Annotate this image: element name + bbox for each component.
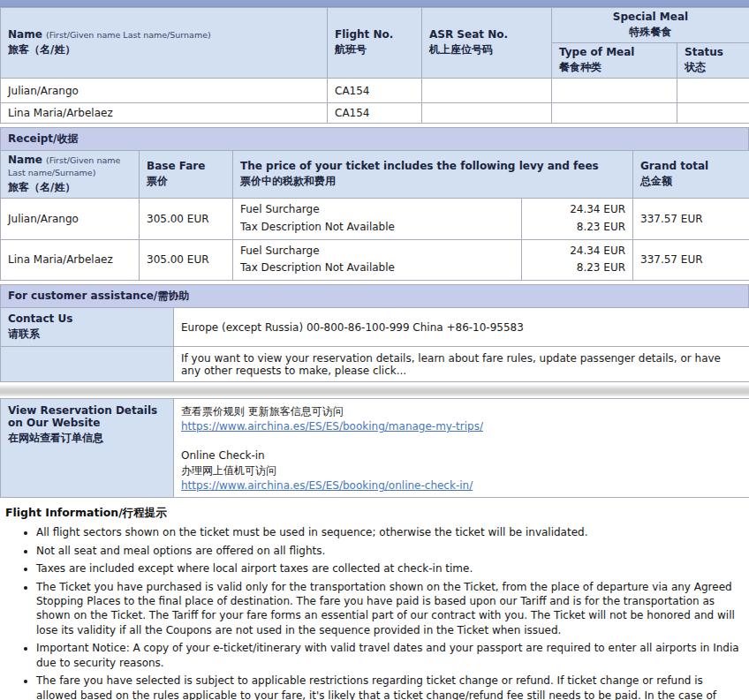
assistance-note-cell: If you want to view your reservation det… [174,347,749,382]
eticket-document: Name (First/Given name Last name/Surname… [0,0,749,700]
grand-total-cell: 337.57 EUR [633,199,749,240]
base-fare-column-header: Base Fare 票价 [140,151,233,199]
flight-meal-table: Name (First/Given name Last name/Surname… [0,7,749,124]
asr-seat-column-header: ASR Seat No. 机上座位号码 [422,8,552,79]
meal-type-cell [552,103,677,124]
base-fare-header-zh: 票价 [147,174,225,189]
special-meal-group-header: Special Meal 特殊餐食 [552,8,749,43]
name-header-en: Name [8,28,42,41]
website-row: View Reservation Details on Our Website … [1,399,749,498]
fee-amounts-cell: 24.34 EUR 8.23 EUR [522,239,633,281]
blank-line [181,434,742,448]
name-column-header: Name (First/Given name Last name/Surname… [1,8,328,79]
meal-type-column-header: Type of Meal 餐食种类 [552,43,677,79]
grand-total-cell: 337.57 EUR [633,239,749,281]
assistance-section-header: For customer assistance/需协助 [0,284,749,308]
receipt-passenger-name-cell: Julian/Arango [1,199,140,240]
fee-amounts-cell: 24.34 EUR 8.23 EUR [522,199,633,240]
website-label-en: View Reservation Details on Our Website [8,404,166,429]
asr-seat-header-en: ASR Seat No. [429,28,544,41]
receipt-table: Name (First/Given name Last name/Surname… [0,150,749,281]
flight-no-column-header: Flight No. 航班号 [328,8,422,79]
contact-row: Contact Us 请联系 Europe (except Russia) 00… [1,308,749,347]
flight-information-section: Flight Information/行程提示 All flight secto… [0,498,749,700]
contact-phone-cell: Europe (except Russia) 00-800-86-100-999… [174,308,749,347]
assistance-note-row: If you want to view your reservation det… [1,347,749,382]
website-label-zh: 在网站查看订单信息 [8,431,166,446]
passenger-row: Julian/Arango CA154 [1,79,749,103]
online-checkin-link[interactable]: https://www.airchina.es/ES/ES/booking/on… [181,478,473,493]
levy-header-zh: 票价中的税款和费用 [240,174,625,189]
flight-info-bullet: All flight sectors shown on the ticket m… [36,525,742,539]
receipt-name-header-zh: 旅客（名/姓） [8,180,132,195]
fee-label: Fuel Surcharge [240,243,514,260]
receipt-section-header: Receipt/收据 [0,127,749,151]
name-header-note: (First/Given name Last name/Surname) [46,30,211,40]
status-header-en: Status [685,46,742,58]
contact-us-label-en: Contact Us [8,312,166,325]
assistance-table: Contact Us 请联系 Europe (except Russia) 00… [0,307,749,382]
levy-fees-column-header: The price of your ticket includes the fo… [233,151,633,199]
passenger-name-cell: Julian/Arango [1,79,328,103]
fare-rules-note-zh: 查看票价规则 更新旅客信息可访问 [181,404,742,419]
grand-total-column-header: Grand total 总金额 [633,151,749,199]
fee-amount: 8.23 EUR [529,219,625,237]
meal-type-header-en: Type of Meal [559,46,670,58]
grand-total-header-zh: 总金额 [640,174,742,189]
fees-description-cell: Fuel Surcharge Tax Description Not Avail… [233,239,522,281]
fee-amount: 24.34 EUR [529,201,625,219]
flight-info-bullet: Important Notice: A copy of your e-ticke… [36,641,742,670]
name-header-zh: 旅客（名/姓） [8,42,320,57]
website-links-cell: 查看票价规则 更新旅客信息可访问 https://www.airchina.es… [174,399,749,498]
flight-info-bullet: The fare you have selected is subject to… [36,674,742,700]
flight-info-bullet: Taxes are included except where local ai… [36,561,742,576]
fee-label: Tax Description Not Available [240,260,514,277]
website-table: View Reservation Details on Our Website … [0,398,749,498]
levy-header-en: The price of your ticket includes the fo… [240,160,625,172]
online-checkin-note-zh: 办理网上值机可访问 [181,463,742,478]
flight-no-header-en: Flight No. [335,28,414,41]
website-label-cell: View Reservation Details on Our Website … [1,399,174,498]
asr-seat-cell [422,79,552,103]
flight-information-title: Flight Information/行程提示 [5,506,742,521]
fee-label: Tax Description Not Available [240,219,514,237]
fee-amount: 8.23 EUR [529,260,625,277]
asr-seat-cell [422,103,552,124]
fee-label: Fuel Surcharge [240,201,514,219]
fee-amount: 24.34 EUR [529,243,625,260]
status-header-zh: 状态 [685,60,742,75]
grand-total-header-en: Grand total [640,160,742,172]
assistance-empty-cell [1,347,174,382]
status-column-header: Status 状态 [677,43,749,79]
flight-no-cell: CA154 [328,103,422,124]
meal-status-cell [677,79,749,103]
receipt-name-header-en: Name [8,154,42,166]
receipt-passenger-name-cell: Lina Maria/Arbelaez [1,239,140,281]
contact-us-cell: Contact Us 请联系 [1,308,174,347]
flight-no-header-zh: 航班号 [335,42,414,57]
special-meal-header-en: Special Meal [559,11,742,23]
flight-info-bullet-list: All flight sectors shown on the ticket m… [4,525,742,700]
flight-info-bullet: The Ticket you have purchased is valid o… [36,580,742,638]
fees-description-cell: Fuel Surcharge Tax Description Not Avail… [233,199,522,240]
meal-type-header-zh: 餐食种类 [559,60,670,75]
asr-seat-header-zh: 机上座位号码 [429,42,544,57]
online-checkin-label: Online Check-in [181,448,742,463]
manage-trips-link[interactable]: https://www.airchina.es/ES/ES/booking/ma… [181,419,483,434]
receipt-name-column-header: Name (First/Given name Last name/Surname… [1,151,140,199]
meal-status-cell [677,103,749,124]
passenger-name-cell: Lina Maria/Arbelaez [1,103,328,124]
meal-type-cell [552,79,677,103]
special-meal-header-zh: 特殊餐食 [559,25,742,40]
base-fare-header-en: Base Fare [147,160,225,172]
page-break-divider [0,385,749,396]
top-divider-strip [0,0,749,7]
receipt-row: Lina Maria/Arbelaez 305.00 EUR Fuel Surc… [1,239,749,281]
receipt-row: Julian/Arango 305.00 EUR Fuel Surcharge … [1,199,749,240]
contact-us-label-zh: 请联系 [8,327,166,342]
flight-info-bullet: Not all seat and meal options are offere… [36,544,742,558]
base-fare-cell: 305.00 EUR [140,239,233,281]
base-fare-cell: 305.00 EUR [140,199,233,240]
passenger-row: Lina Maria/Arbelaez CA154 [1,103,749,124]
flight-no-cell: CA154 [328,79,422,103]
